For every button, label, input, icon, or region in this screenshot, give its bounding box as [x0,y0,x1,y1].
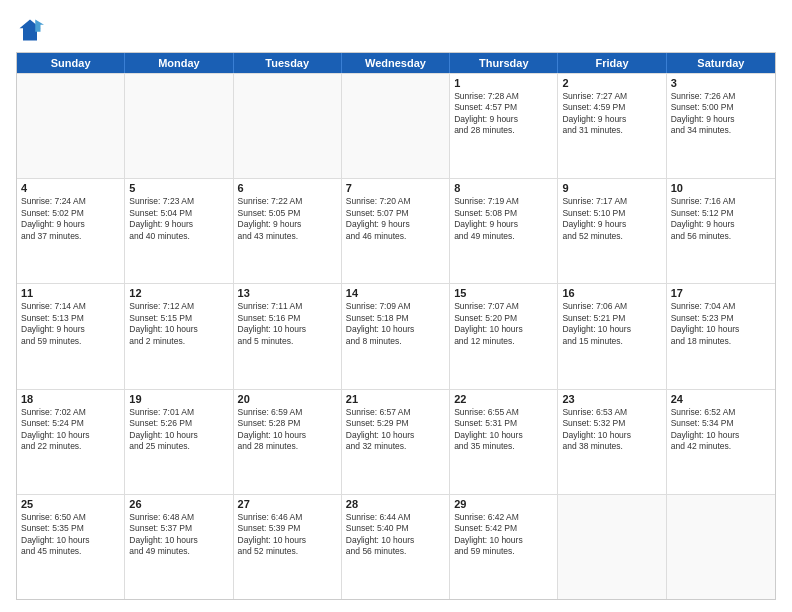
day-number: 21 [346,393,445,405]
day-number: 11 [21,287,120,299]
day-number: 8 [454,182,553,194]
calendar-cell: 29Sunrise: 6:42 AM Sunset: 5:42 PM Dayli… [450,495,558,599]
calendar-cell [667,495,775,599]
calendar-cell: 21Sunrise: 6:57 AM Sunset: 5:29 PM Dayli… [342,390,450,494]
day-number: 10 [671,182,771,194]
calendar-cell: 9Sunrise: 7:17 AM Sunset: 5:10 PM Daylig… [558,179,666,283]
calendar-cell: 2Sunrise: 7:27 AM Sunset: 4:59 PM Daylig… [558,74,666,178]
day-number: 15 [454,287,553,299]
day-number: 17 [671,287,771,299]
day-number: 25 [21,498,120,510]
cell-info: Sunrise: 7:12 AM Sunset: 5:15 PM Dayligh… [129,301,228,347]
header [16,12,776,44]
day-number: 13 [238,287,337,299]
cell-info: Sunrise: 7:28 AM Sunset: 4:57 PM Dayligh… [454,91,553,137]
calendar-row-4: 25Sunrise: 6:50 AM Sunset: 5:35 PM Dayli… [17,494,775,599]
day-number: 1 [454,77,553,89]
cell-info: Sunrise: 6:46 AM Sunset: 5:39 PM Dayligh… [238,512,337,558]
day-number: 28 [346,498,445,510]
day-number: 24 [671,393,771,405]
day-number: 5 [129,182,228,194]
day-number: 22 [454,393,553,405]
cell-info: Sunrise: 6:48 AM Sunset: 5:37 PM Dayligh… [129,512,228,558]
day-number: 6 [238,182,337,194]
day-number: 12 [129,287,228,299]
page: SundayMondayTuesdayWednesdayThursdayFrid… [0,0,792,612]
day-number: 23 [562,393,661,405]
calendar-row-1: 4Sunrise: 7:24 AM Sunset: 5:02 PM Daylig… [17,178,775,283]
col-header-tuesday: Tuesday [234,53,342,73]
cell-info: Sunrise: 7:23 AM Sunset: 5:04 PM Dayligh… [129,196,228,242]
cell-info: Sunrise: 7:19 AM Sunset: 5:08 PM Dayligh… [454,196,553,242]
day-number: 3 [671,77,771,89]
day-number: 16 [562,287,661,299]
calendar-cell: 14Sunrise: 7:09 AM Sunset: 5:18 PM Dayli… [342,284,450,388]
cell-info: Sunrise: 7:09 AM Sunset: 5:18 PM Dayligh… [346,301,445,347]
calendar-cell: 3Sunrise: 7:26 AM Sunset: 5:00 PM Daylig… [667,74,775,178]
calendar-cell [342,74,450,178]
col-header-sunday: Sunday [17,53,125,73]
cell-info: Sunrise: 6:55 AM Sunset: 5:31 PM Dayligh… [454,407,553,453]
col-header-friday: Friday [558,53,666,73]
calendar-row-2: 11Sunrise: 7:14 AM Sunset: 5:13 PM Dayli… [17,283,775,388]
day-number: 29 [454,498,553,510]
cell-info: Sunrise: 7:04 AM Sunset: 5:23 PM Dayligh… [671,301,771,347]
calendar-cell: 6Sunrise: 7:22 AM Sunset: 5:05 PM Daylig… [234,179,342,283]
calendar: SundayMondayTuesdayWednesdayThursdayFrid… [16,52,776,600]
cell-info: Sunrise: 6:52 AM Sunset: 5:34 PM Dayligh… [671,407,771,453]
calendar-cell: 4Sunrise: 7:24 AM Sunset: 5:02 PM Daylig… [17,179,125,283]
cell-info: Sunrise: 7:01 AM Sunset: 5:26 PM Dayligh… [129,407,228,453]
calendar-cell: 5Sunrise: 7:23 AM Sunset: 5:04 PM Daylig… [125,179,233,283]
cell-info: Sunrise: 6:42 AM Sunset: 5:42 PM Dayligh… [454,512,553,558]
col-header-saturday: Saturday [667,53,775,73]
cell-info: Sunrise: 7:26 AM Sunset: 5:00 PM Dayligh… [671,91,771,137]
cell-info: Sunrise: 6:57 AM Sunset: 5:29 PM Dayligh… [346,407,445,453]
col-header-wednesday: Wednesday [342,53,450,73]
day-number: 7 [346,182,445,194]
cell-info: Sunrise: 7:07 AM Sunset: 5:20 PM Dayligh… [454,301,553,347]
cell-info: Sunrise: 7:22 AM Sunset: 5:05 PM Dayligh… [238,196,337,242]
calendar-cell: 26Sunrise: 6:48 AM Sunset: 5:37 PM Dayli… [125,495,233,599]
calendar-cell [234,74,342,178]
calendar-row-3: 18Sunrise: 7:02 AM Sunset: 5:24 PM Dayli… [17,389,775,494]
calendar-cell: 12Sunrise: 7:12 AM Sunset: 5:15 PM Dayli… [125,284,233,388]
logo-icon [16,16,44,44]
calendar-cell: 18Sunrise: 7:02 AM Sunset: 5:24 PM Dayli… [17,390,125,494]
calendar-cell: 28Sunrise: 6:44 AM Sunset: 5:40 PM Dayli… [342,495,450,599]
cell-info: Sunrise: 7:27 AM Sunset: 4:59 PM Dayligh… [562,91,661,137]
cell-info: Sunrise: 7:20 AM Sunset: 5:07 PM Dayligh… [346,196,445,242]
day-number: 14 [346,287,445,299]
svg-marker-1 [35,20,44,32]
cell-info: Sunrise: 7:06 AM Sunset: 5:21 PM Dayligh… [562,301,661,347]
calendar-cell [125,74,233,178]
calendar-cell: 8Sunrise: 7:19 AM Sunset: 5:08 PM Daylig… [450,179,558,283]
cell-info: Sunrise: 7:17 AM Sunset: 5:10 PM Dayligh… [562,196,661,242]
day-number: 20 [238,393,337,405]
cell-info: Sunrise: 6:44 AM Sunset: 5:40 PM Dayligh… [346,512,445,558]
calendar-cell: 22Sunrise: 6:55 AM Sunset: 5:31 PM Dayli… [450,390,558,494]
calendar-cell: 11Sunrise: 7:14 AM Sunset: 5:13 PM Dayli… [17,284,125,388]
calendar-cell: 7Sunrise: 7:20 AM Sunset: 5:07 PM Daylig… [342,179,450,283]
day-number: 9 [562,182,661,194]
cell-info: Sunrise: 7:11 AM Sunset: 5:16 PM Dayligh… [238,301,337,347]
cell-info: Sunrise: 7:24 AM Sunset: 5:02 PM Dayligh… [21,196,120,242]
day-number: 2 [562,77,661,89]
cell-info: Sunrise: 6:50 AM Sunset: 5:35 PM Dayligh… [21,512,120,558]
calendar-cell: 23Sunrise: 6:53 AM Sunset: 5:32 PM Dayli… [558,390,666,494]
calendar-cell: 16Sunrise: 7:06 AM Sunset: 5:21 PM Dayli… [558,284,666,388]
cell-info: Sunrise: 7:16 AM Sunset: 5:12 PM Dayligh… [671,196,771,242]
calendar-cell: 10Sunrise: 7:16 AM Sunset: 5:12 PM Dayli… [667,179,775,283]
day-number: 27 [238,498,337,510]
calendar-row-0: 1Sunrise: 7:28 AM Sunset: 4:57 PM Daylig… [17,73,775,178]
day-number: 18 [21,393,120,405]
logo [16,16,48,44]
col-header-thursday: Thursday [450,53,558,73]
calendar-cell: 20Sunrise: 6:59 AM Sunset: 5:28 PM Dayli… [234,390,342,494]
day-number: 4 [21,182,120,194]
calendar-cell: 19Sunrise: 7:01 AM Sunset: 5:26 PM Dayli… [125,390,233,494]
calendar-cell: 13Sunrise: 7:11 AM Sunset: 5:16 PM Dayli… [234,284,342,388]
cell-info: Sunrise: 7:02 AM Sunset: 5:24 PM Dayligh… [21,407,120,453]
calendar-cell: 17Sunrise: 7:04 AM Sunset: 5:23 PM Dayli… [667,284,775,388]
cell-info: Sunrise: 6:59 AM Sunset: 5:28 PM Dayligh… [238,407,337,453]
day-number: 26 [129,498,228,510]
